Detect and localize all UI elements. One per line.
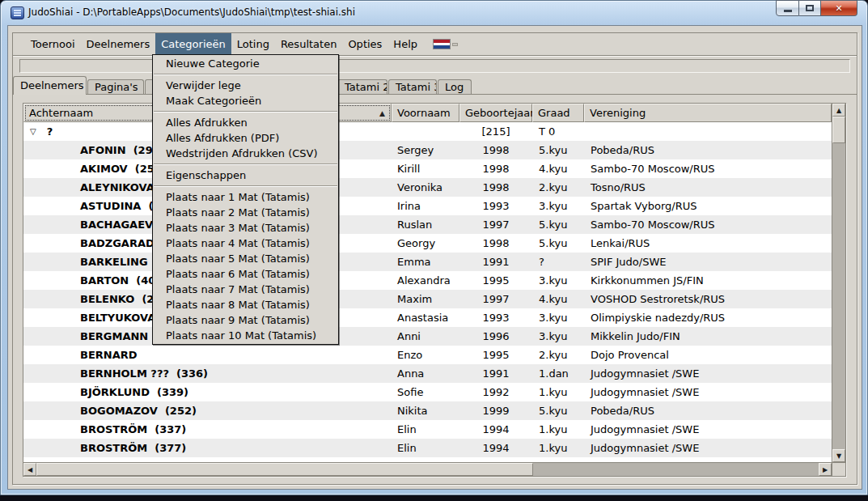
menubar-item-deelnemers[interactable]: Deelnemers — [81, 33, 156, 55]
table-row[interactable]: BJÖRKLUND (339)Sofie19921.kyuJudogymnasi… — [23, 383, 832, 401]
menubar-item-help[interactable]: Help — [387, 33, 423, 55]
cell-vereniging: Judogymnasiet /SWE — [584, 367, 832, 380]
close-button[interactable]: ✕ — [821, 0, 857, 16]
menu-item-alles-afdrukken-pdf[interactable]: Alles Afdrukken (PDF) — [153, 130, 338, 146]
menu-item-plaats-naar-6-mat-tatamis[interactable]: Plaats naar 6 Mat (Tatamis) — [153, 266, 338, 282]
tree-area: Achternaam ▲ Voornaam Geboortejaar Graad… — [23, 104, 832, 462]
menu-item-plaats-naar-5-mat-tatamis[interactable]: Plaats naar 5 Mat (Tatamis) — [153, 251, 338, 266]
menubar-item-resultaten[interactable]: Resultaten — [275, 33, 342, 55]
table-row[interactable]: BROSTRÖM (377)Elin19941.kyuJudogymnasiet… — [23, 439, 832, 457]
minimize-icon — [784, 10, 792, 12]
table-row[interactable]: BOGOMAZOV (252)Nikita19995.kyuPobeda/RUS — [23, 401, 832, 420]
table-row[interactable]: BERGMANN (40Anni19963.kyuMikkelin Judo/F… — [23, 327, 832, 346]
table-row[interactable]: BARKELING (33Emma1991?SPIF Judo/SWE — [23, 253, 832, 271]
horizontal-scrollbar[interactable]: ◀ ▶ — [23, 462, 832, 476]
menu-item-eigenschappen[interactable]: Eigenschappen — [153, 168, 338, 183]
menu-item-verwijder-lege[interactable]: Verwijder lege — [153, 78, 338, 93]
menu-item-maak-categorie-n[interactable]: Maak Categorieën — [153, 93, 338, 108]
table-row[interactable]: AKIMOV (253)Kirill19984.kyuSambo-70 Mosc… — [23, 159, 832, 178]
cell-geboortejaar: [215] — [459, 125, 532, 138]
header-label-geboortejaar: Geboortejaar — [465, 107, 535, 119]
menu-item-plaats-naar-4-mat-tatamis[interactable]: Plaats naar 4 Mat (Tatamis) — [153, 236, 338, 251]
cell-voornaam: Elin — [392, 423, 459, 435]
cell-vereniging: SPIF Judo/SWE — [584, 256, 832, 268]
tab-deelnemers[interactable]: Deelnemers — [13, 76, 87, 95]
cell-graad: 5.kyu — [532, 237, 584, 249]
cell-graad: 4.kyu — [532, 163, 584, 175]
table-row[interactable]: BROSTRÖM (337)Elin19941.kyuJudogymnasiet… — [23, 420, 832, 439]
tab-tatami-3[interactable]: Tatami 3 — [388, 79, 437, 95]
table-row[interactable]: BERNHOLM ??? (336)Anna19911.danJudogymna… — [23, 364, 832, 383]
menu-item-plaats-naar-1-mat-tatamis[interactable]: Plaats naar 1 Mat (Tatamis) — [153, 189, 338, 205]
nl-flag-icon[interactable] — [433, 39, 451, 49]
menubar-item-categorie-n[interactable]: Categorieën — [155, 33, 231, 55]
menu-item-plaats-naar-10-mat-tatamis[interactable]: Plaats naar 10 Mat (Tatamis) — [153, 328, 338, 343]
menu-item-nieuwe-categorie[interactable]: Nieuwe Categorie — [153, 56, 338, 71]
tab-log[interactable]: Log — [438, 79, 472, 95]
vertical-scrollbar[interactable]: ▲ ▼ — [832, 104, 845, 462]
cell-achternaam: BOGOMAZOV (252) — [23, 405, 392, 417]
maximize-button[interactable] — [799, 0, 821, 16]
cell-geboortejaar: 1995 — [459, 349, 532, 361]
cell-graad: 5.kyu — [532, 405, 584, 417]
header-voornaam[interactable]: Voornaam — [392, 104, 459, 122]
cell-achternaam: BERNARD — [23, 349, 392, 361]
cell-vereniging: Pobeda/RUS — [584, 405, 832, 417]
table-row[interactable]: BADZGARADZEGeorgy19985.kyuLenkai/RUS — [23, 234, 832, 253]
table-row[interactable]: BELENKO (291)Maxim19974.kyuVOSHOD Sestro… — [23, 290, 832, 308]
header-vereniging[interactable]: Vereniging — [584, 104, 832, 122]
scroll-left-button[interactable]: ◀ — [23, 463, 36, 476]
table-row[interactable]: ASTUDINA (384Irina19933.kyuSpartak Vybor… — [23, 197, 832, 215]
menu-item-plaats-naar-9-mat-tatamis[interactable]: Plaats naar 9 Mat (Tatamis) — [153, 312, 338, 328]
cell-graad: 2.kyu — [532, 349, 584, 361]
table-row[interactable]: BERNARDEnzo19952.kyuDojo Provencal — [23, 346, 832, 364]
menubar-item-loting[interactable]: Loting — [231, 33, 275, 55]
toolbar-strip — [19, 59, 850, 73]
horizontal-scroll-track[interactable] — [533, 463, 819, 476]
cell-voornaam: Sergey — [392, 144, 459, 156]
menu-item-plaats-naar-8-mat-tatamis[interactable]: Plaats naar 8 Mat (Tatamis) — [153, 297, 338, 312]
scroll-right-button[interactable]: ▶ — [819, 463, 832, 476]
menu-item-plaats-naar-3-mat-tatamis[interactable]: Plaats naar 3 Mat (Tatamis) — [153, 220, 338, 236]
scroll-down-button[interactable]: ▼ — [832, 449, 845, 462]
group-row[interactable]: ▽?[215]T 0 — [23, 122, 832, 141]
table-row[interactable]: BACHAGAEV (3Ruslan19975.kyuSambo-70 Mosc… — [23, 215, 832, 234]
menubar-item-opties[interactable]: Opties — [342, 33, 387, 55]
header-geboortejaar[interactable]: Geboortejaar — [459, 104, 532, 122]
cell-geboortejaar: 1992 — [459, 386, 532, 398]
cell-voornaam: Kirill — [392, 163, 459, 175]
table-row[interactable]: ALEYNIKOVA (4Veronika19982.kyuTosno/RUS — [23, 178, 832, 197]
menu-separator — [154, 74, 337, 75]
header-label-graad: Graad — [538, 107, 570, 119]
cell-graad: 3.kyu — [532, 200, 584, 212]
cell-graad: 1.kyu — [532, 423, 584, 435]
menu-item-wedstrijden-afdrukken-csv[interactable]: Wedstrijden Afdrukken (CSV) — [153, 146, 338, 161]
menu-item-plaats-naar-7-mat-tatamis[interactable]: Plaats naar 7 Mat (Tatamis) — [153, 282, 338, 297]
vertical-scroll-thumb[interactable] — [832, 117, 845, 143]
expander-open-icon[interactable]: ▽ — [30, 127, 36, 136]
table-row[interactable]: BELTYUKOVA (3Anastasia19933.kyuOlimpiysk… — [23, 308, 832, 327]
horizontal-scroll-thumb[interactable] — [36, 463, 533, 476]
menu-separator — [154, 185, 337, 187]
vertical-scroll-track[interactable] — [832, 143, 845, 449]
cell-vereniging: Spartak Vyborg/RUS — [584, 200, 832, 212]
table-row[interactable]: BARTON (401)Alexandra19953.kyuKirkkonumm… — [23, 271, 832, 290]
menubar-item-toernooi[interactable]: Toernooi — [25, 33, 81, 55]
cell-vereniging: Judogymnasiet /SWE — [584, 386, 832, 398]
menu-item-plaats-naar-2-mat-tatamis[interactable]: Plaats naar 2 Mat (Tatamis) — [153, 205, 338, 220]
tab-tatami-2[interactable]: Tatami 2 — [337, 79, 387, 95]
cell-graad: 3.kyu — [532, 330, 584, 342]
cell-vereniging: Lenkai/RUS — [584, 237, 832, 249]
cell-voornaam: Anna — [392, 367, 459, 380]
header-graad[interactable]: Graad — [532, 104, 584, 122]
inner-frame: ToernooiDeelnemersCategorieënLotingResul… — [12, 32, 857, 485]
menu-item-alles-afdrukken[interactable]: Alles Afdrukken — [153, 115, 338, 130]
tab-pagina-s[interactable]: Pagina's — [87, 79, 144, 95]
cell-voornaam: Irina — [392, 200, 459, 212]
cell-achternaam: BROSTRÖM (377) — [23, 442, 392, 454]
table-row[interactable]: AFONIN (297)Sergey19985.kyuPobeda/RUS — [23, 141, 832, 159]
client-area: ToernooiDeelnemersCategorieënLotingResul… — [7, 25, 862, 490]
minimize-button[interactable] — [776, 0, 799, 16]
scroll-up-button[interactable]: ▲ — [832, 104, 845, 117]
app-icon — [11, 6, 24, 19]
